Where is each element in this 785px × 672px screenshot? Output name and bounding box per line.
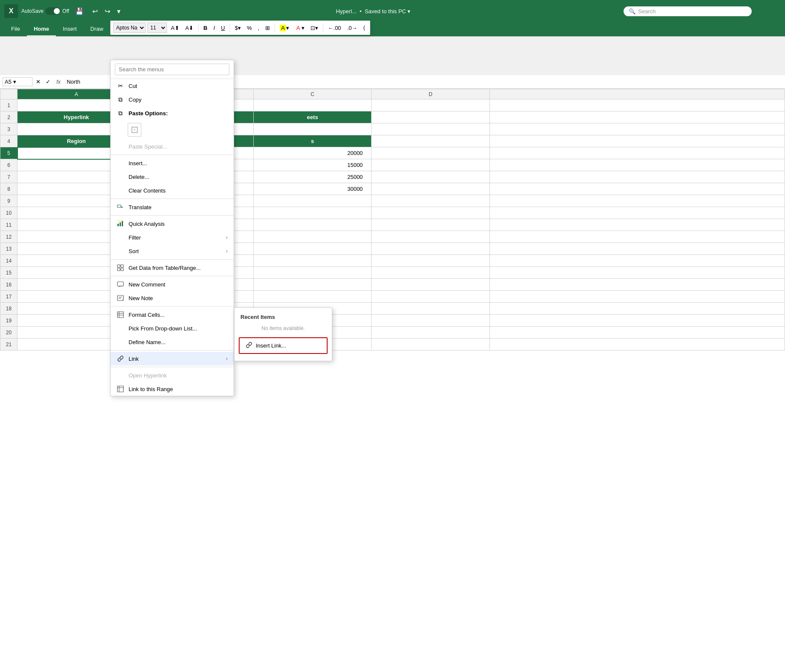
context-menu-search-input[interactable]	[115, 64, 229, 75]
tab-draw[interactable]: Draw	[84, 22, 110, 36]
cell-C4[interactable]: s	[253, 135, 371, 147]
cell-D2[interactable]	[372, 111, 489, 123]
ctx-item-quick-analysis[interactable]: Quick Analysis	[111, 217, 234, 231]
cell-C2[interactable]: eets	[253, 111, 371, 123]
cell-D5[interactable]	[372, 147, 489, 159]
excel-logo: X	[4, 4, 18, 18]
percent-button[interactable]: %	[245, 24, 254, 32]
ctx-item-link-to-range[interactable]: Link to this Range	[111, 382, 234, 396]
cell-ref-dropdown[interactable]: ▾	[13, 79, 16, 85]
ctx-item-format-cells[interactable]: Format Cells...	[111, 308, 234, 321]
cell-extra-6[interactable]	[489, 159, 785, 171]
cell-D4[interactable]	[372, 135, 489, 147]
cell-C6[interactable]: 15000	[253, 159, 371, 171]
expand-formula-icon[interactable]: ✕	[34, 79, 42, 85]
pick-dropdown-icon	[117, 324, 124, 332]
grow-font-button[interactable]: A⬆	[169, 24, 182, 32]
cell-C5[interactable]: 20000	[253, 147, 371, 159]
cell-D3[interactable]	[372, 123, 489, 135]
border-button[interactable]: ⊡▾	[308, 24, 320, 32]
col-header-D[interactable]: D	[372, 89, 489, 99]
ctx-item-link[interactable]: Link ›	[111, 352, 234, 365]
decrease-decimal-button[interactable]: ←.00	[326, 24, 343, 32]
shrink-font-button[interactable]: A⬇	[183, 24, 196, 32]
open-hyperlink-icon	[117, 371, 124, 379]
increase-decimal-button[interactable]: .0→	[345, 24, 360, 32]
tab-home[interactable]: Home	[27, 22, 56, 36]
ctx-item-pick-dropdown[interactable]: Pick From Drop-down List...	[111, 321, 234, 335]
ctx-item-define-name[interactable]: Define Name...	[111, 335, 234, 349]
ctx-item-copy[interactable]: ⧉ Copy	[111, 93, 234, 106]
col-header-C[interactable]: C	[253, 89, 371, 99]
ctx-new-comment-label: New Comment	[129, 281, 165, 288]
cell-extra-3[interactable]	[489, 123, 785, 135]
cell-C1[interactable]	[253, 99, 371, 111]
autosave-toggle[interactable]	[45, 7, 61, 15]
row-num-3: 3	[0, 123, 18, 135]
ctx-item-paste-special[interactable]: Paste Special...	[111, 140, 234, 153]
separator-6	[111, 306, 234, 307]
save-button[interactable]: 💾	[73, 6, 86, 17]
ctx-delete-label: Delete...	[129, 174, 149, 180]
ctx-item-translate[interactable]: Translate	[111, 200, 234, 214]
ctx-item-new-comment[interactable]: New Comment	[111, 278, 234, 291]
paste-special-icon2	[117, 143, 124, 150]
bold-button[interactable]: B	[201, 24, 209, 32]
underline-button[interactable]: U	[219, 24, 227, 32]
paste-special-icon[interactable]: ⊡	[128, 123, 141, 137]
col-header-extra[interactable]	[489, 89, 785, 99]
cell-ref-value: A5	[5, 79, 12, 85]
font-color-button[interactable]: A▾	[293, 24, 307, 32]
font-name-select[interactable]: Aptos Na	[113, 23, 146, 33]
redo-button[interactable]: ↪	[102, 6, 113, 17]
comma-button[interactable]: ,	[256, 24, 262, 32]
ctx-item-clear[interactable]: Clear Contents	[111, 184, 234, 197]
ctx-item-delete[interactable]: Delete...	[111, 170, 234, 184]
sort-icon	[117, 247, 124, 255]
ctx-item-open-hyperlink[interactable]: Open Hyperlink	[111, 368, 234, 382]
tab-insert[interactable]: Insert	[56, 22, 84, 36]
wrap-button[interactable]: ⊞	[263, 24, 272, 32]
cell-D7[interactable]	[372, 171, 489, 183]
clear-format-button[interactable]: ⟨	[361, 24, 367, 32]
cell-D1[interactable]	[372, 99, 489, 111]
search-bar[interactable]: 🔍 Search	[624, 6, 752, 16]
cell-extra-4[interactable]	[489, 135, 785, 147]
tab-file[interactable]: File	[4, 22, 27, 36]
cell-D6[interactable]	[372, 159, 489, 171]
search-placeholder: Search	[638, 8, 656, 15]
cell-C8[interactable]: 30000	[253, 183, 371, 195]
cell-extra-2[interactable]	[489, 111, 785, 123]
saved-dropdown[interactable]: ▾	[407, 8, 410, 15]
cell-extra-5[interactable]	[489, 147, 785, 159]
svg-rect-5	[117, 265, 120, 267]
cell-extra-1[interactable]	[489, 99, 785, 111]
dropdown-button[interactable]: ▾	[114, 6, 123, 17]
ctx-new-note-label: New Note	[129, 295, 153, 301]
ctx-item-filter[interactable]: Filter ›	[111, 231, 234, 244]
cell-reference-box[interactable]: A5 ▾	[3, 77, 32, 86]
undo-button[interactable]: ↩	[90, 6, 100, 17]
insert-link-button[interactable]: Insert Link...	[239, 337, 328, 354]
checkmark-icon[interactable]: ✓	[44, 79, 52, 85]
ctx-item-cut[interactable]: ✂ Cut	[111, 79, 234, 93]
ctx-item-insert[interactable]: Insert...	[111, 156, 234, 170]
ctx-item-sort[interactable]: Sort ›	[111, 244, 234, 258]
cell-extra-8[interactable]	[489, 183, 785, 195]
italic-button[interactable]: I	[211, 24, 217, 32]
ctx-paste-special-label: Paste Special...	[129, 143, 167, 150]
separator4	[323, 23, 323, 32]
saved-label: Saved to this PC	[365, 8, 406, 15]
cell-extra-7[interactable]	[489, 171, 785, 183]
ctx-sort-label: Sort	[129, 248, 139, 254]
svg-rect-11	[117, 312, 123, 318]
insert-link-icon	[246, 342, 252, 350]
currency-button[interactable]: $▾	[233, 24, 243, 32]
cell-C7[interactable]: 25000	[253, 171, 371, 183]
ctx-item-new-note[interactable]: New Note	[111, 291, 234, 305]
cell-D8[interactable]	[372, 183, 489, 195]
cell-C3[interactable]	[253, 123, 371, 135]
highlight-button[interactable]: A▾	[278, 24, 291, 32]
ctx-item-get-data[interactable]: Get Data from Table/Range...	[111, 261, 234, 275]
font-size-select[interactable]: 11	[147, 23, 167, 33]
